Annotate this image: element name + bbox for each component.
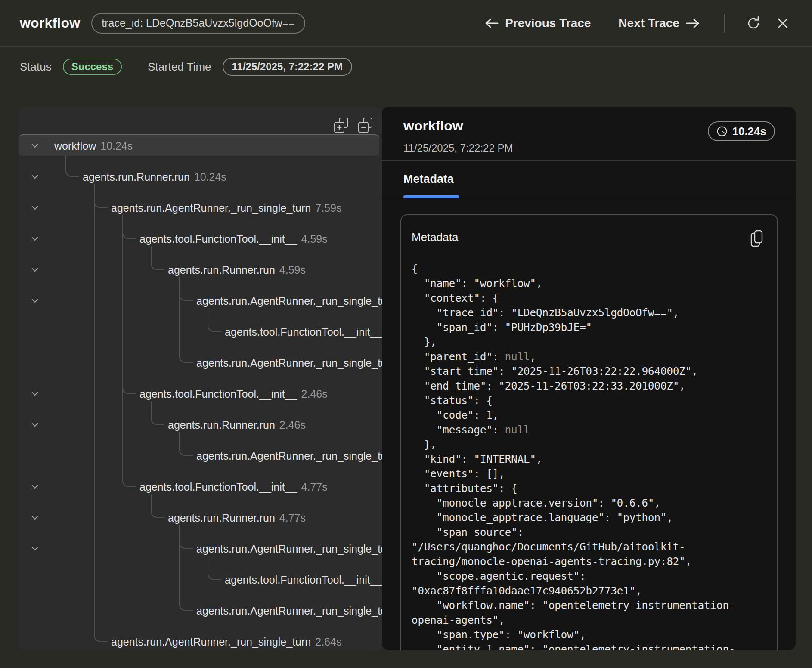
span-detail-panel: workflow 11/25/2025, 7:22:22 PM 10.24s M… [382,107,796,650]
span-name: agents.run.AgentRunner._run_single_turn [196,543,382,555]
started-time-badge: 11/25/2025, 7:22:22 PM [223,58,353,76]
tree-row[interactable]: agents.run.AgentRunner._run_single_turn [19,533,382,564]
tree-toolbar: + − [333,117,374,134]
span-name: agents.tool.FunctionTool.__init__ [225,574,382,586]
span-duration: 10.24s [194,171,226,183]
expand-all-button[interactable]: + [333,117,350,134]
tree-row[interactable]: agents.run.AgentRunner._run_single_turn [19,285,382,316]
span-duration: 2.64s [315,636,341,648]
chevron-down-icon[interactable] [30,544,40,554]
span-duration: 7.59s [315,202,341,214]
arrow-left-icon [484,17,499,29]
tree-row[interactable]: agents.tool.FunctionTool.__init__2.46s [19,378,382,409]
toolbar-divider [724,14,725,33]
span-duration: 2.46s [279,419,306,431]
span-name: agents.run.AgentRunner._run_single_turn [196,450,382,462]
span-duration: 10.24s [100,140,133,152]
span-duration: 4.59s [279,264,306,276]
tree-row[interactable]: agents.tool.FunctionTool.__init__4.59s [19,223,382,254]
chevron-down-icon[interactable] [30,203,40,213]
span-name: agents.tool.FunctionTool.__init__4.59s [139,233,328,245]
tree-row[interactable]: agents.run.AgentRunner._run_single_turn [19,440,382,471]
chevron-down-icon[interactable] [30,265,40,275]
span-name: agents.run.AgentRunner._run_single_turn [196,295,382,307]
span-name: agents.run.Runner.run4.59s [168,264,306,276]
chevron-down-icon[interactable] [30,513,40,523]
chevron-down-icon[interactable] [30,389,40,399]
started-time-label: Started Time [148,60,211,74]
previous-trace-label: Previous Trace [505,16,591,30]
tree-row[interactable]: agents.run.Runner.run10.24s [19,161,382,192]
span-name: agents.run.AgentRunner._run_single_turn [196,605,382,617]
detail-title: workflow [403,118,463,134]
tree-row[interactable]: agents.run.Runner.run2.46s [19,409,382,440]
chevron-down-icon[interactable] [30,172,40,182]
tree-row[interactable]: agents.run.AgentRunner._run_single_turn7… [19,192,382,223]
span-name: agents.run.Runner.run2.46s [168,419,306,431]
span-name: workflow10.24s [54,140,133,152]
span-name: agents.tool.FunctionTool.__init__4.77s [139,481,328,493]
tree-row[interactable]: agents.tool.FunctionTool.__init__ [19,564,382,595]
tree-row[interactable]: agents.run.Runner.run4.59s [19,254,382,285]
span-duration: 4.59s [301,233,328,245]
chevron-down-icon[interactable] [30,141,40,151]
chevron-down-icon[interactable] [30,234,40,244]
metadata-card: Metadata { "name": "workflow", "context"… [400,214,778,650]
close-button[interactable] [773,14,792,33]
metadata-json[interactable]: { "name": "workflow", "context": { "trac… [412,262,769,650]
close-icon [776,17,789,30]
trace-navigation: Previous Trace Next Trace [484,0,792,46]
status-bar: Status Success Started Time 11/25/2025, … [0,47,812,87]
span-tree-panel: + − workflow10.24sagents.run.Runner.run1… [19,107,382,650]
span-name: agents.run.AgentRunner._run_single_turn [196,357,382,369]
tree-row[interactable]: agents.run.Runner.run4.77s [19,502,382,533]
next-trace-button[interactable]: Next Trace [618,16,700,30]
detail-tabs: Metadata [382,161,796,198]
span-name: agents.run.Runner.run4.77s [168,512,306,524]
span-name: agents.tool.FunctionTool.__init__ [225,326,382,338]
next-trace-label: Next Trace [618,16,679,30]
detail-timestamp: 11/25/2025, 7:22:22 PM [403,142,513,154]
active-tab-indicator [403,195,459,198]
span-duration: 4.77s [301,481,328,493]
span-duration: 2.46s [301,388,328,400]
previous-trace-button[interactable]: Previous Trace [484,16,591,30]
copy-button[interactable] [748,228,767,249]
copy-icon [748,228,767,249]
span-duration: 4.77s [279,512,306,524]
clock-icon [716,126,728,137]
tree-row[interactable]: agents.run.AgentRunner._run_single_turn [19,347,382,378]
span-name: agents.tool.FunctionTool.__init__2.46s [139,388,328,400]
refresh-button[interactable] [744,14,763,33]
tree-row[interactable]: agents.run.AgentRunner._run_single_turn2… [19,626,382,650]
trace-id-badge: trace_id: LDeQnzB5aUvzx5lgdOoOfw== [91,13,305,34]
duration-value: 10.24s [732,125,766,138]
chevron-down-icon[interactable] [30,420,40,430]
duration-badge: 10.24s [708,121,775,141]
detail-header: workflow 11/25/2025, 7:22:22 PM 10.24s [382,107,796,161]
arrow-right-icon [685,17,700,29]
tree-row[interactable]: agents.run.AgentRunner._run_single_turn [19,595,382,626]
tree-row[interactable]: agents.tool.FunctionTool.__init__ [19,316,382,347]
span-name: agents.run.AgentRunner._run_single_turn7… [111,202,341,214]
chevron-down-icon[interactable] [30,482,40,492]
span-name: agents.run.AgentRunner._run_single_turn2… [111,636,341,648]
top-bar: workflow trace_id: LDeQnzB5aUvzx5lgdOoOf… [0,0,812,47]
status-label: Status [20,60,52,74]
tree-row[interactable]: workflow10.24s [19,130,382,161]
collapse-all-button[interactable]: − [357,117,374,134]
metadata-card-title: Metadata [412,228,458,244]
page-title: workflow [20,15,80,31]
status-badge: Success [63,59,122,75]
span-tree-rows: workflow10.24sagents.run.Runner.run10.24… [19,130,382,650]
refresh-icon [745,15,762,31]
tree-row[interactable]: agents.tool.FunctionTool.__init__4.77s [19,471,382,502]
tab-metadata[interactable]: Metadata [403,161,454,198]
chevron-down-icon[interactable] [30,296,40,306]
span-name: agents.run.Runner.run10.24s [83,171,226,183]
main-content: + − workflow10.24sagents.run.Runner.run1… [0,87,812,668]
